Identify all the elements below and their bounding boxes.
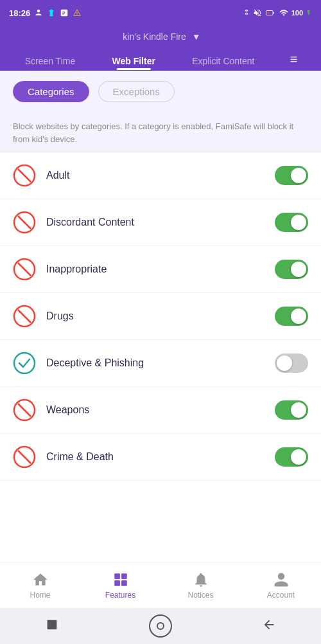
adult-toggle[interactable]: [275, 166, 308, 185]
features-grid-icon: [112, 571, 129, 588]
svg-rect-3: [266, 11, 273, 15]
battery-percent: 100: [291, 9, 303, 17]
system-home-button[interactable]: [144, 609, 177, 643]
status-left: 18:26 P: [9, 8, 82, 18]
inappropriate-toggle[interactable]: [275, 260, 308, 279]
svg-line-14: [18, 310, 31, 323]
tab-web-filter[interactable]: Web Filter: [105, 49, 161, 70]
system-recents-button[interactable]: [257, 613, 281, 640]
bluetooth-icon: [243, 8, 250, 17]
description: Block websites by categories. If a categ…: [0, 112, 321, 152]
header: kin's Kindle Fire ▼ Screen Time Web Filt…: [0, 26, 321, 71]
discordant-label: Discordant Content: [46, 217, 275, 228]
home-label: Home: [30, 591, 50, 600]
svg-rect-23: [121, 580, 127, 586]
svg-rect-4: [273, 12, 274, 13]
system-nav-bar: [0, 608, 321, 644]
category-adult: Adult: [0, 152, 321, 199]
nav-account[interactable]: Account: [241, 571, 321, 600]
nav-notices[interactable]: Notices: [160, 571, 241, 600]
tab-explicit-content[interactable]: Explicit Content: [186, 49, 261, 70]
weapons-toggle-knob: [291, 402, 306, 418]
svg-point-0: [37, 10, 40, 13]
crime-toggle[interactable]: [275, 447, 308, 467]
notices-label: Notices: [187, 591, 213, 600]
exceptions-tab[interactable]: Exceptions: [98, 81, 175, 102]
weapons-blocked-icon: [13, 398, 36, 422]
status-right: 100: [243, 8, 312, 17]
discordant-toggle-knob: [291, 215, 306, 230]
nav-home[interactable]: Home: [0, 571, 80, 600]
bottom-nav: Home Features Notices Account: [0, 562, 321, 608]
category-discordant: Discordant Content: [0, 199, 321, 246]
inappropriate-label: Inappropriate: [46, 264, 275, 275]
arrow-icon: [47, 8, 56, 17]
account-label: Account: [267, 591, 295, 600]
adult-label: Adult: [46, 170, 275, 181]
weapons-label: Weapons: [46, 404, 275, 416]
adult-toggle-knob: [291, 168, 306, 183]
svg-rect-21: [121, 573, 127, 579]
categories-tab[interactable]: Categories: [13, 81, 89, 102]
category-deceptive: Deceptive & Phishing: [0, 340, 321, 387]
person-icon: [34, 8, 43, 17]
svg-line-17: [18, 404, 31, 416]
account-person-icon: [273, 571, 290, 588]
svg-rect-24: [48, 620, 57, 629]
adult-blocked-icon: [13, 164, 36, 187]
menu-icon[interactable]: ≡: [285, 48, 303, 71]
inappropriate-toggle-knob: [291, 262, 306, 277]
category-inappropriate: Inappropriate: [0, 246, 321, 293]
discordant-blocked-icon: [13, 211, 36, 234]
header-title: kin's Kindle Fire ▼: [0, 30, 321, 48]
svg-rect-22: [114, 580, 120, 586]
deceptive-label: Deceptive & Phishing: [46, 357, 275, 369]
sub-tabs: Categories Exceptions: [0, 71, 321, 112]
crime-label: Crime & Death: [46, 451, 275, 463]
deceptive-allowed-icon: [13, 352, 36, 375]
category-weapons: Weapons: [0, 387, 321, 434]
deceptive-toggle-knob: [277, 355, 292, 371]
svg-rect-20: [114, 573, 120, 579]
svg-line-8: [18, 169, 31, 182]
category-crime-death: Crime & Death: [0, 434, 321, 481]
bolt-icon: [306, 8, 312, 17]
crime-toggle-knob: [291, 449, 306, 465]
drugs-toggle-knob: [291, 309, 306, 324]
svg-line-19: [18, 451, 31, 463]
home-icon: [32, 571, 49, 588]
home-circle: [149, 614, 172, 638]
parking-icon: P: [60, 8, 69, 17]
nav-features[interactable]: Features: [80, 571, 160, 600]
battery-x-icon: [265, 8, 276, 17]
mute-icon: [253, 8, 262, 17]
dropdown-icon[interactable]: ▼: [192, 31, 201, 42]
category-list: Adult Discordant Content Inappropriate: [0, 152, 321, 481]
wifi-icon: [279, 8, 289, 17]
home-circle-inner: [157, 622, 164, 630]
tab-screen-time[interactable]: Screen Time: [19, 49, 82, 70]
svg-line-12: [18, 263, 31, 276]
weapons-toggle[interactable]: [275, 400, 308, 420]
drugs-blocked-icon: [13, 305, 36, 328]
svg-point-15: [14, 353, 35, 373]
svg-line-10: [18, 216, 31, 229]
time: 18:26: [9, 8, 30, 18]
deceptive-toggle[interactable]: [275, 353, 308, 373]
status-bar: 18:26 P 100: [0, 0, 321, 26]
device-name: kin's Kindle Fire: [123, 31, 186, 42]
inappropriate-blocked-icon: [13, 258, 36, 281]
tab-nav: Screen Time Web Filter Explicit Content …: [0, 48, 321, 71]
features-label: Features: [105, 591, 135, 600]
svg-text:P: P: [62, 11, 65, 15]
warning-icon: [73, 8, 82, 17]
system-back-button[interactable]: [40, 613, 64, 640]
category-drugs: Drugs: [0, 293, 321, 340]
discordant-toggle[interactable]: [275, 213, 308, 232]
notices-bell-icon: [193, 571, 209, 588]
crime-blocked-icon: [13, 445, 36, 469]
drugs-label: Drugs: [46, 310, 275, 322]
drugs-toggle[interactable]: [275, 307, 308, 326]
